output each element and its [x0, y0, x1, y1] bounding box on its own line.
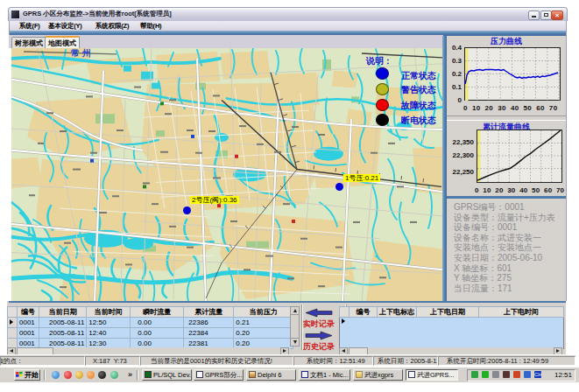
svg-text:常 州: 常 州	[71, 48, 91, 58]
